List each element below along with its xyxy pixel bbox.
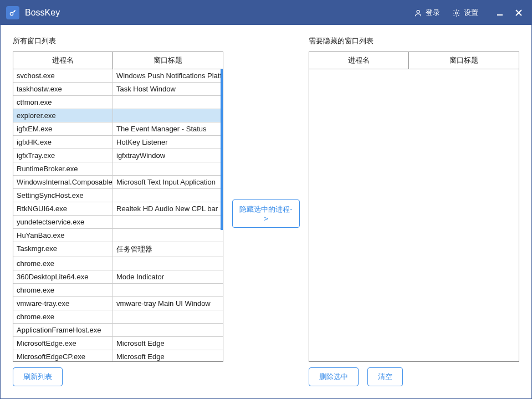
table-row[interactable]: igfxEM.exeThe Event Manager - Status bbox=[13, 122, 223, 136]
svg-point-1 bbox=[417, 10, 420, 13]
col-title-header: 窗口标题 bbox=[113, 52, 223, 69]
table-row[interactable]: 360DesktopLite64.exeMode Indicator bbox=[13, 270, 223, 284]
process-cell: explorer.exe bbox=[13, 109, 113, 122]
title-cell: igfxtrayWindow bbox=[113, 149, 223, 162]
title-cell: Microsoft Text Input Application bbox=[113, 176, 223, 188]
table-row[interactable]: Taskmgr.exe任务管理器 bbox=[13, 242, 223, 257]
process-cell: yundetectservice.exe bbox=[13, 216, 113, 228]
clear-button[interactable]: 清空 bbox=[367, 367, 403, 386]
process-cell: ctfmon.exe bbox=[13, 96, 113, 109]
title-cell bbox=[113, 96, 223, 109]
table-row[interactable]: chrome.exe bbox=[13, 284, 223, 297]
content-area: 所有窗口列表 进程名 窗口标题 svchost.exeWindows Push … bbox=[1, 25, 531, 398]
process-cell: RtkNGUI64.exe bbox=[13, 202, 113, 215]
table-row[interactable]: SettingSyncHost.exe bbox=[13, 189, 223, 202]
process-cell: igfxTray.exe bbox=[13, 149, 113, 162]
process-cell: chrome.exe bbox=[13, 310, 113, 323]
process-cell: MicrosoftEdge.exe bbox=[13, 337, 113, 350]
login-label: 登录 bbox=[426, 8, 440, 18]
process-cell: chrome.exe bbox=[13, 284, 113, 296]
svg-point-0 bbox=[10, 12, 13, 15]
title-cell: Mode Indicator bbox=[113, 270, 223, 283]
col-process-header: 进程名 bbox=[13, 52, 113, 69]
title-cell: Microsoft Edge bbox=[113, 337, 223, 350]
table-row[interactable]: svchost.exeWindows Push Notifications Pl… bbox=[13, 69, 223, 83]
process-cell: MicrosoftEdgeCP.exe bbox=[13, 350, 113, 361]
table-row[interactable]: chrome.exe bbox=[13, 310, 223, 324]
title-cell bbox=[113, 109, 223, 122]
process-cell: taskhostw.exe bbox=[13, 83, 113, 95]
col-process-header: 进程名 bbox=[309, 52, 409, 69]
all-windows-table: 进程名 窗口标题 svchost.exeWindows Push Notific… bbox=[13, 52, 223, 362]
hide-selected-process-button[interactable]: 隐藏选中的进程-> bbox=[232, 200, 300, 228]
process-cell: Taskmgr.exe bbox=[13, 242, 113, 257]
hidden-windows-table: 进程名 窗口标题 bbox=[309, 52, 519, 362]
svg-point-2 bbox=[456, 12, 458, 14]
title-cell bbox=[113, 284, 223, 296]
scrollbar-thumb[interactable] bbox=[221, 69, 223, 230]
table-row[interactable]: chrome.exe bbox=[13, 257, 223, 270]
title-cell: Windows Push Notifications Platform bbox=[113, 69, 223, 82]
settings-button[interactable]: 设置 bbox=[452, 8, 478, 18]
title-cell: HotKey Listener bbox=[113, 136, 223, 149]
table-row[interactable]: MicrosoftEdgeCP.exeMicrosoft Edge bbox=[13, 350, 223, 361]
process-cell: ApplicationFrameHost.exe bbox=[13, 324, 113, 336]
table-row[interactable]: WindowsInternal.ComposableShellMicrosoft… bbox=[13, 176, 223, 189]
settings-label: 设置 bbox=[464, 8, 478, 18]
table-header: 进程名 窗口标题 bbox=[13, 52, 223, 69]
title-cell bbox=[113, 310, 223, 323]
process-cell: igfxEM.exe bbox=[13, 122, 113, 135]
title-cell: vmware-tray Main UI Window bbox=[113, 297, 223, 310]
table-row[interactable]: yundetectservice.exe bbox=[13, 216, 223, 229]
title-cell bbox=[113, 229, 223, 242]
login-button[interactable]: 登录 bbox=[414, 8, 440, 18]
table-row[interactable]: vmware-tray.exevmware-tray Main UI Windo… bbox=[13, 297, 223, 310]
window-controls bbox=[490, 5, 528, 21]
table-row[interactable]: ApplicationFrameHost.exe bbox=[13, 324, 223, 337]
user-icon bbox=[414, 9, 422, 17]
app-title: BossKey bbox=[25, 8, 60, 18]
hidden-windows-panel: 需要隐藏的窗口列表 进程名 窗口标题 删除选中 清空 bbox=[309, 36, 519, 391]
process-cell: chrome.exe bbox=[13, 257, 113, 270]
process-cell: svchost.exe bbox=[13, 69, 113, 82]
table-row[interactable]: RtkNGUI64.exeRealtek HD Audio New CPL ba… bbox=[13, 202, 223, 216]
col-title-header: 窗口标题 bbox=[409, 52, 519, 69]
close-button[interactable] bbox=[509, 5, 528, 21]
title-cell: Microsoft Edge bbox=[113, 350, 223, 361]
process-cell: SettingSyncHost.exe bbox=[13, 189, 113, 202]
table-row[interactable]: ctfmon.exe bbox=[13, 96, 223, 109]
gear-icon bbox=[452, 9, 461, 17]
table-row[interactable]: HuYanBao.exe bbox=[13, 229, 223, 242]
table-row[interactable]: explorer.exe bbox=[13, 109, 223, 122]
all-windows-panel: 所有窗口列表 进程名 窗口标题 svchost.exeWindows Push … bbox=[13, 36, 223, 391]
app-logo-icon bbox=[6, 6, 19, 19]
process-cell: 360DesktopLite64.exe bbox=[13, 270, 113, 283]
refresh-list-button[interactable]: 刷新列表 bbox=[13, 367, 63, 386]
delete-selected-button[interactable]: 删除选中 bbox=[309, 367, 359, 386]
table-row[interactable]: igfxTray.exeigfxtrayWindow bbox=[13, 149, 223, 162]
title-cell: Task Host Window bbox=[113, 83, 223, 95]
title-cell bbox=[113, 324, 223, 336]
process-cell: igfxHK.exe bbox=[13, 136, 113, 149]
hidden-windows-label: 需要隐藏的窗口列表 bbox=[309, 36, 519, 46]
table-row[interactable]: RuntimeBroker.exe bbox=[13, 162, 223, 176]
process-cell: RuntimeBroker.exe bbox=[13, 162, 113, 175]
title-cell: 任务管理器 bbox=[113, 242, 223, 257]
title-cell bbox=[113, 216, 223, 228]
process-cell: HuYanBao.exe bbox=[13, 229, 113, 242]
table-row[interactable]: taskhostw.exeTask Host Window bbox=[13, 83, 223, 96]
process-cell: WindowsInternal.ComposableShell bbox=[13, 176, 113, 188]
table-header: 进程名 窗口标题 bbox=[309, 52, 519, 69]
table-row[interactable]: MicrosoftEdge.exeMicrosoft Edge bbox=[13, 337, 223, 350]
title-cell bbox=[113, 189, 223, 202]
app-window: BossKey 登录 设置 所有窗口列表 bbox=[0, 0, 532, 399]
process-cell: vmware-tray.exe bbox=[13, 297, 113, 310]
minimize-button[interactable] bbox=[490, 5, 509, 21]
title-cell bbox=[113, 257, 223, 270]
title-cell bbox=[113, 162, 223, 175]
titlebar: BossKey 登录 设置 bbox=[1, 1, 531, 25]
all-windows-table-body[interactable]: svchost.exeWindows Push Notifications Pl… bbox=[13, 69, 223, 361]
table-row[interactable]: igfxHK.exeHotKey Listener bbox=[13, 136, 223, 149]
hidden-windows-table-body[interactable] bbox=[309, 69, 519, 361]
title-cell: Realtek HD Audio New CPL bar bbox=[113, 202, 223, 215]
